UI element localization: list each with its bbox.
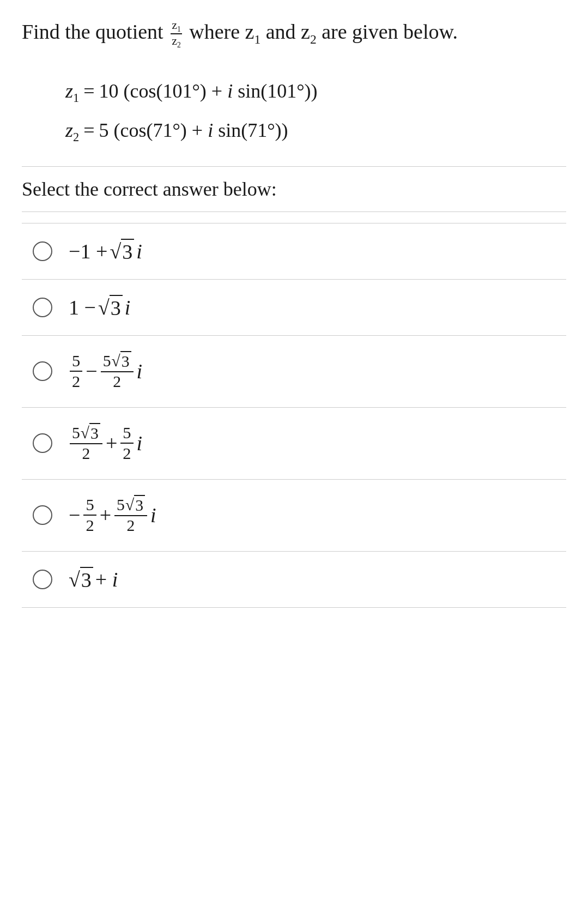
z2-row: z2 = 5 (cos(71°) + i sin(71°)) (65, 111, 566, 150)
radio-e[interactable] (33, 505, 52, 525)
header-text-where: where z1 and z2 are given below. (189, 20, 458, 43)
z2-label: z2 (65, 111, 79, 150)
header-fraction: z1 z2 (171, 19, 182, 50)
option-e-math: − 5 2 + 5 √3 2 i (69, 495, 156, 536)
header-text-before: Find the quotient (22, 20, 163, 43)
option-d-math: 5 √3 2 + 5 2 i (69, 423, 142, 464)
select-label: Select the correct answer below: (22, 178, 566, 201)
z2-value: 5 (cos(71°) + i sin(71°)) (99, 111, 288, 150)
z1-row: z1 = 10 (cos(101°) + i sin(101°)) (65, 71, 566, 111)
radio-f[interactable] (33, 570, 52, 589)
z1-equals: = (83, 71, 94, 111)
options-list: −1 + √3 i 1 − √3 i 5 2 − (22, 223, 566, 608)
option-e[interactable]: − 5 2 + 5 √3 2 i (22, 480, 566, 552)
option-f-math: √3 + i (69, 567, 118, 592)
radio-d[interactable] (33, 433, 52, 453)
option-a-math: −1 + √3 i (69, 239, 142, 264)
option-f[interactable]: √3 + i (22, 552, 566, 608)
z1-value: 10 (cos(101°) + i sin(101°)) (99, 71, 317, 111)
divider-2 (22, 211, 566, 212)
radio-c[interactable] (33, 361, 52, 381)
option-a[interactable]: −1 + √3 i (22, 223, 566, 280)
radio-a[interactable] (33, 241, 52, 261)
option-c[interactable]: 5 2 − 5 √3 2 i (22, 336, 566, 408)
radio-b[interactable] (33, 298, 52, 317)
problem-header: Find the quotient z1 z2 where z1 and z2 … (22, 16, 566, 55)
option-b[interactable]: 1 − √3 i (22, 280, 566, 336)
z2-equals: = (83, 111, 94, 150)
option-c-math: 5 2 − 5 √3 2 i (69, 351, 142, 392)
option-b-math: 1 − √3 i (69, 295, 130, 320)
divider-1 (22, 166, 566, 167)
z1-label: z1 (65, 71, 79, 111)
given-values: z1 = 10 (cos(101°) + i sin(101°)) z2 = 5… (65, 71, 566, 150)
option-d[interactable]: 5 √3 2 + 5 2 i (22, 408, 566, 480)
